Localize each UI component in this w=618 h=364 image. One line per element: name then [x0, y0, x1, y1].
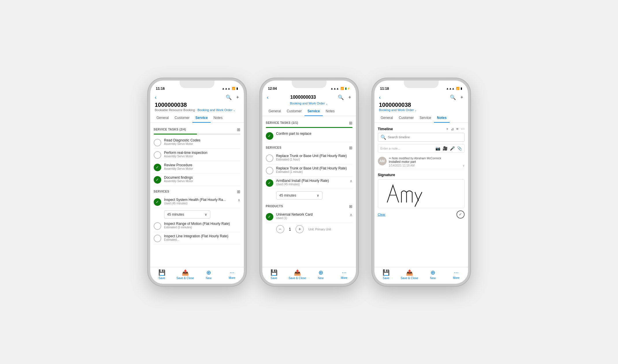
camera-icon-3[interactable]: 📷: [435, 146, 440, 151]
scroll-body-3[interactable]: Timeline + ⊿ ≡ ⋯ 🔍 Enter a note... 📷: [374, 123, 468, 267]
service-item-1-1[interactable]: ✓ Inspect System Health (Flat Hourly Ra.…: [154, 196, 240, 208]
back-button-2[interactable]: ‹: [267, 94, 269, 100]
tab-general-2[interactable]: General: [266, 107, 284, 116]
search-icon-1[interactable]: 🔍: [226, 94, 232, 100]
service-check-1-2[interactable]: [154, 222, 161, 230]
expand-icon-2-p1[interactable]: ∧: [350, 212, 352, 217]
expand-icon-1-1[interactable]: ∧: [237, 198, 240, 202]
time-select-1-1[interactable]: 45 minutes ∨: [164, 210, 210, 219]
subtitle-link-1[interactable]: Booking and Work Order: [197, 108, 232, 112]
timeline-actions-3: + ⊿ ≡ ⋯: [446, 127, 464, 131]
service-check-1-3[interactable]: [154, 235, 161, 242]
sig-canvas-3[interactable]: [378, 179, 465, 208]
product-check-2-1[interactable]: ✓: [266, 213, 273, 221]
task-item-2-1[interactable]: ✓ Confirm part to replace: [266, 130, 352, 142]
timeline-filter-3[interactable]: ⊿: [451, 127, 454, 131]
subtitle-link-3[interactable]: Booking and Work Order: [379, 108, 414, 112]
task-check-1-4[interactable]: ✓: [154, 176, 161, 184]
section-icon-tasks-1[interactable]: ⊞: [237, 127, 240, 132]
section-icon-products-2[interactable]: ⊞: [349, 204, 352, 209]
save-close-button-2[interactable]: 📤 Save & Close: [286, 269, 309, 280]
note-input-row-3[interactable]: Enter a note... 📷 🎥 🎤 📎: [378, 144, 465, 153]
product-item-2-1[interactable]: ✓ Universal Network Card Used (1) ∧: [266, 210, 352, 223]
task-item-1-4[interactable]: ✓ Document findings Assembly Servo Motor: [154, 173, 240, 186]
service-item-1-2[interactable]: Inspect Range of Motion (Flat Hourly Rat…: [154, 220, 240, 232]
tab-notes-1[interactable]: Notes: [211, 113, 225, 123]
timeline-add-3[interactable]: +: [446, 127, 448, 131]
section-icon-services-2[interactable]: ⊞: [349, 145, 352, 150]
tab-general-3[interactable]: General: [378, 113, 396, 123]
service-item-2-3[interactable]: ✓ ArmBand Install (Flat Hourly Rate) Use…: [266, 177, 352, 189]
sig-confirm-3[interactable]: ✓: [456, 210, 465, 219]
subtitle-chevron-3[interactable]: ⌄: [415, 109, 417, 112]
expand-icon-2-3[interactable]: ∧: [350, 179, 352, 183]
more-button-1[interactable]: ··· More: [220, 269, 244, 280]
subtitle-chevron-2[interactable]: ⌄: [326, 102, 328, 105]
add-icon-2[interactable]: +: [348, 94, 351, 100]
new-button-2[interactable]: ⊕ New: [309, 269, 333, 280]
tab-customer-3[interactable]: Customer: [396, 113, 417, 123]
back-button-3[interactable]: ‹: [379, 94, 381, 100]
save-close-button-3[interactable]: 📤 Save & Close: [398, 269, 421, 280]
time-select-2-3[interactable]: 45 minutes ∨: [276, 191, 322, 199]
note-avatar-3-1: AM: [378, 157, 387, 165]
save-close-button-1[interactable]: 📤 Save & Close: [174, 269, 197, 280]
search-input-3[interactable]: [388, 135, 462, 139]
sig-clear-3[interactable]: Clear: [378, 213, 385, 216]
attach-icon-3[interactable]: 📎: [457, 146, 462, 151]
save-button-2[interactable]: 💾 Save: [262, 269, 286, 280]
search-icon-3[interactable]: 🔍: [450, 94, 456, 100]
service-item-1-3[interactable]: Inspect Line Integration (Flat Hourly Ra…: [154, 232, 240, 244]
qty-minus-2-1[interactable]: −: [276, 225, 284, 233]
tab-general-1[interactable]: General: [154, 113, 172, 123]
subtitle-chevron-1[interactable]: ⌄: [233, 109, 235, 112]
note-expand-3-1[interactable]: ∨: [463, 164, 465, 167]
tab-service-2[interactable]: Service: [305, 107, 323, 116]
back-button-1[interactable]: ‹: [155, 94, 157, 100]
tab-notes-3[interactable]: Notes: [434, 113, 449, 123]
task-item-1-3[interactable]: ✓ Review Procedure Assembly Servo Motor: [154, 161, 240, 173]
timeline-list-3[interactable]: ≡: [456, 127, 459, 131]
tab-notes-2[interactable]: Notes: [323, 107, 337, 116]
scroll-body-2[interactable]: SERVICE TASKS (1/1) ⊞ ✓ Confirm part to …: [262, 116, 356, 267]
task-check-1-1[interactable]: [154, 139, 161, 146]
task-item-1-1[interactable]: Read Diagnostic Codes Assembly Servo Mot…: [154, 136, 240, 149]
mic-icon-3[interactable]: 🎤: [450, 146, 455, 151]
phone-2: 12:04 ▲▲▲ 📶 ▮⚡ ‹ 1000000033 🔍 +: [260, 78, 358, 286]
task-check-1-3[interactable]: ✓: [154, 164, 161, 171]
timeline-dots-3[interactable]: ⋯: [461, 127, 465, 131]
service-item-2-1[interactable]: Replace Trunk or Base Unit (Flat Hourly …: [266, 152, 352, 164]
video-icon-3[interactable]: 🎥: [443, 146, 448, 151]
section-icon-services-1[interactable]: ⊞: [237, 189, 240, 194]
new-button-3[interactable]: ⊕ New: [421, 269, 445, 280]
task-check-1-2[interactable]: [154, 151, 161, 159]
subtitle-link-2[interactable]: Booking and Work Order: [290, 102, 325, 105]
service-check-2-2[interactable]: [266, 167, 273, 174]
task-name-1-4: Document findings: [164, 176, 240, 180]
qty-plus-2-1[interactable]: +: [296, 225, 304, 233]
service-check-2-3[interactable]: ✓: [266, 179, 273, 187]
tab-customer-2[interactable]: Customer: [284, 107, 305, 116]
scroll-body-1[interactable]: SERVICE TASKS (2/4) ⊞ Read Diagnostic Co…: [150, 123, 244, 267]
service-check-2-1[interactable]: [266, 154, 273, 162]
save-button-1[interactable]: 💾 Save: [150, 269, 174, 280]
tab-customer-1[interactable]: Customer: [172, 113, 192, 123]
add-icon-3[interactable]: +: [461, 94, 463, 100]
tab-service-3[interactable]: Service: [417, 113, 434, 123]
app-header-2: ‹ 1000000033 🔍 + Booking and Work Order …: [262, 93, 356, 107]
new-icon-3: ⊕: [430, 269, 435, 276]
more-button-3[interactable]: ··· More: [445, 269, 468, 280]
new-button-1[interactable]: ⊕ New: [197, 269, 220, 280]
service-item-2-2[interactable]: Replace Trunk or Base Unit (Flat Hourly …: [266, 164, 352, 177]
task-item-1-2[interactable]: Perform real-time inspection Assembly Se…: [154, 149, 240, 161]
time-chevron-1-1: ∨: [205, 212, 207, 216]
save-button-3[interactable]: 💾 Save: [374, 269, 398, 280]
search-icon-2[interactable]: 🔍: [338, 94, 344, 100]
section-icon-tasks-2[interactable]: ⊞: [349, 121, 352, 125]
task-check-2-1[interactable]: ✓: [266, 132, 273, 140]
search-box-3[interactable]: 🔍: [378, 133, 465, 142]
service-check-1-1[interactable]: ✓: [154, 198, 161, 206]
add-icon-1[interactable]: +: [236, 94, 239, 100]
tab-service-1[interactable]: Service: [192, 113, 211, 123]
more-button-2[interactable]: ··· More: [333, 269, 356, 280]
